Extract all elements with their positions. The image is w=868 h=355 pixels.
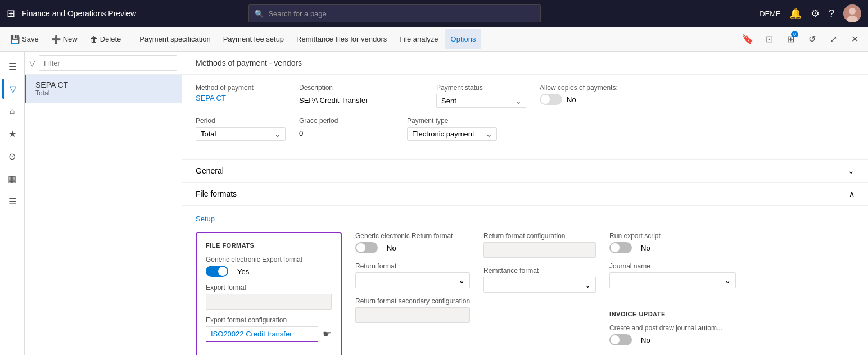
- return-config-input: [483, 242, 596, 258]
- export-config-input[interactable]: [206, 326, 318, 342]
- remittance-button[interactable]: Remittance files for vendors: [291, 29, 392, 49]
- allow-copies-field: Allow copies of payments: No: [540, 84, 630, 108]
- description-field: Description: [299, 84, 423, 108]
- payment-fee-button[interactable]: Payment fee setup: [218, 29, 290, 49]
- return-toggle-value: No: [387, 244, 396, 252]
- sync-icon-btn[interactable]: ↺: [803, 30, 821, 48]
- svg-point-1: [849, 8, 856, 15]
- payment-type-field: Payment type Electronic payment: [407, 117, 497, 141]
- remittance-format-dropdown[interactable]: ⌄: [483, 277, 596, 293]
- create-post-value: No: [641, 336, 650, 344]
- bookmark-icon-btn[interactable]: 🔖: [739, 30, 757, 48]
- setup-link[interactable]: Setup: [196, 215, 215, 223]
- journal-name-dropdown[interactable]: ⌄: [609, 272, 736, 288]
- return-format-toggle-label: Generic electronic Return format: [355, 232, 470, 240]
- file-formats-section-header[interactable]: File formats ∧: [182, 183, 868, 206]
- settings-icon[interactable]: ⚙: [811, 7, 820, 20]
- separator: [130, 33, 130, 46]
- list-item-title: SEPA CT: [35, 80, 173, 89]
- allow-copies-toggle[interactable]: [540, 94, 562, 105]
- left-panel-toolbar: ▽: [25, 52, 182, 75]
- export-config-group: Export format configuration ☛: [206, 316, 332, 342]
- sidebar-hamburger-btn[interactable]: ☰: [2, 56, 22, 76]
- payment-status-select[interactable]: Sent: [436, 94, 526, 108]
- file-analyze-button[interactable]: File analyze: [394, 29, 444, 49]
- sidebar-clock-btn[interactable]: ⊙: [2, 146, 22, 166]
- refresh-badge-btn[interactable]: 0 ⊞: [781, 30, 799, 48]
- invoice-section: INVOICE UPDATE Create and post draw jour…: [609, 302, 736, 355]
- journal-chevron: ⌄: [725, 276, 731, 285]
- file-formats-collapse-icon: ∧: [849, 189, 855, 198]
- export-format-toggle[interactable]: [206, 266, 228, 277]
- right-columns: Generic electronic Return format No Retu…: [355, 232, 855, 355]
- method-of-payment-value[interactable]: SEPA CT: [196, 94, 286, 102]
- save-icon: 💾: [10, 35, 20, 44]
- run-export-group: Run export script No: [609, 232, 736, 253]
- run-export-value: No: [641, 244, 650, 252]
- return-config-group: Return format configuration: [483, 232, 596, 258]
- search-bar[interactable]: 🔍 Search for a page: [248, 4, 541, 22]
- payment-type-select[interactable]: Electronic payment: [407, 127, 497, 141]
- sidebar-filter-btn[interactable]: ▽: [2, 79, 22, 99]
- save-button[interactable]: 💾 Save: [4, 29, 44, 49]
- grid-menu-icon[interactable]: ⊞: [7, 7, 15, 20]
- filter-input[interactable]: [39, 55, 177, 71]
- return-toggle-row: No: [355, 242, 470, 253]
- sidebar-icons: ☰ ▽ ⌂ ★ ⊙ ▦ ☰: [0, 52, 25, 355]
- list-item-sub: Total: [35, 89, 173, 97]
- list-item[interactable]: SEPA CT Total: [25, 75, 182, 103]
- export-config-label: Export format configuration: [206, 316, 332, 324]
- form-row-1: Method of payment SEPA CT Description Pa…: [196, 84, 855, 108]
- export-format-input[interactable]: [206, 294, 332, 310]
- description-input[interactable]: [299, 94, 423, 107]
- new-button[interactable]: ➕ New: [46, 29, 83, 49]
- return-secondary-input: [355, 307, 470, 323]
- period-select[interactable]: Total: [196, 127, 286, 141]
- file-formats-section-label: File formats: [196, 189, 237, 198]
- payment-spec-button[interactable]: Payment specification: [134, 29, 216, 49]
- allow-copies-toggle-row: No: [540, 94, 630, 105]
- options-button[interactable]: Options: [445, 29, 482, 49]
- export-toggle-row: Yes: [206, 266, 332, 277]
- sidebar-list-btn[interactable]: ☰: [2, 191, 22, 211]
- sidebar-star-btn[interactable]: ★: [2, 124, 22, 144]
- file-formats-grid: FILE FORMATS Generic electronic Export f…: [196, 232, 855, 355]
- return-format-toggle[interactable]: [355, 242, 378, 253]
- return-format-dropdown[interactable]: ⌄: [355, 272, 470, 288]
- payment-status-select-wrapper: Sent: [436, 94, 526, 108]
- payment-type-select-wrapper: Electronic payment: [407, 127, 497, 141]
- sidebar-home-btn[interactable]: ⌂: [2, 101, 22, 121]
- run-export-toggle[interactable]: [609, 242, 632, 253]
- grace-period-field: Grace period: [299, 117, 394, 141]
- main-content: Methods of payment - vendors Method of p…: [182, 52, 868, 355]
- notification-icon[interactable]: 🔔: [789, 7, 802, 20]
- create-post-toggle[interactable]: [609, 334, 632, 345]
- payment-status-field: Payment status Sent: [436, 84, 526, 108]
- grace-period-input[interactable]: [299, 127, 394, 140]
- avatar[interactable]: [843, 4, 861, 22]
- allow-copies-label: Allow copies of payments:: [540, 84, 630, 92]
- return-format-toggle-group: Generic electronic Return format No: [355, 232, 470, 253]
- col-remittance: Return format configuration Remittance f…: [483, 232, 596, 355]
- help-icon[interactable]: ?: [829, 8, 834, 20]
- export-toggle-label: Generic electronic Export format: [206, 256, 332, 263]
- create-post-toggle-row: No: [609, 334, 722, 345]
- general-section-header[interactable]: General ⌄: [182, 160, 868, 183]
- period-field: Period Total: [196, 117, 286, 141]
- export-toggle-group: Generic electronic Export format Yes: [206, 256, 332, 277]
- run-export-toggle-row: No: [609, 242, 736, 253]
- delete-button[interactable]: 🗑 Delete: [84, 29, 127, 49]
- maximize-icon-btn[interactable]: ⤢: [824, 30, 842, 48]
- payment-type-label: Payment type: [407, 117, 497, 125]
- toolbar: 💾 Save ➕ New 🗑 Delete Payment specificat…: [0, 27, 868, 52]
- layout-icon-btn[interactable]: ⊡: [760, 30, 778, 48]
- content-header-title: Methods of payment - vendors: [196, 58, 302, 67]
- export-format-group: Export format: [206, 284, 332, 310]
- close-icon-btn[interactable]: ✕: [846, 30, 864, 48]
- nav-right: DEMF 🔔 ⚙ ?: [760, 4, 861, 22]
- export-toggle-value: Yes: [237, 267, 249, 276]
- allow-copies-value: No: [567, 95, 576, 104]
- create-post-label: Create and post draw journal autom...: [609, 324, 722, 332]
- sidebar-grid-btn[interactable]: ▦: [2, 169, 22, 189]
- description-label: Description: [299, 84, 423, 92]
